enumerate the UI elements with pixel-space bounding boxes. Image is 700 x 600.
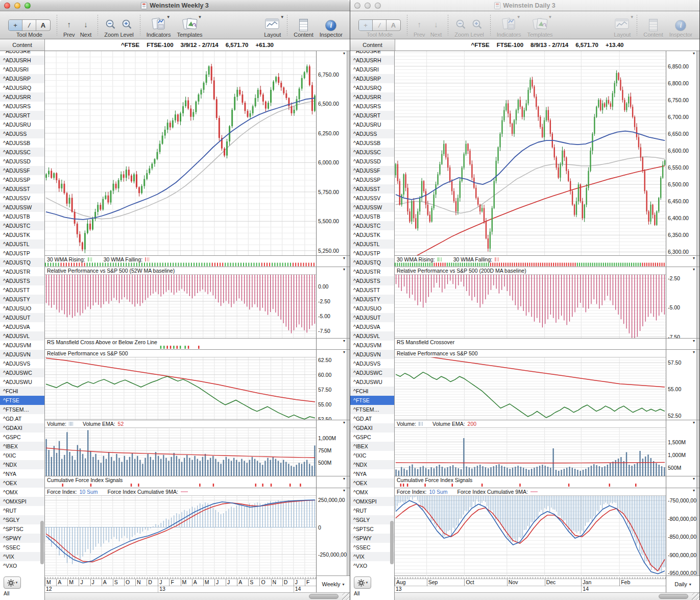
- sidebar-item-symbol[interactable]: ^IBEX: [350, 442, 394, 451]
- sidebar-item-symbol[interactable]: ^ADJUSVN: [350, 350, 394, 359]
- panel-collapse-icon[interactable]: ▾: [343, 488, 345, 493]
- volume-histogram[interactable]: [45, 428, 316, 476]
- sidebar-item-symbol[interactable]: ^VIX: [0, 552, 44, 561]
- sidebar-item-symbol[interactable]: ^ADJUSWU: [350, 377, 394, 387]
- sidebar-item-symbol[interactable]: ^OMXSPI: [350, 497, 394, 506]
- periodicity-select[interactable]: Daily▾: [666, 576, 699, 592]
- sidebar-item-symbol[interactable]: ^ADJUSRI: [0, 65, 44, 74]
- sidebar-item-symbol[interactable]: ^GSPC: [0, 433, 44, 442]
- relative-performance-histogram[interactable]: [395, 275, 666, 339]
- sidebar-item-symbol[interactable]: ^NYA: [350, 469, 394, 478]
- next-button[interactable]: ↓ Next: [430, 18, 442, 38]
- templates-button[interactable]: ▼ Templates: [524, 13, 556, 38]
- sidebar-item-symbol[interactable]: ^NYA: [0, 469, 44, 478]
- sidebar-item-symbol[interactable]: ^FTSE: [350, 396, 394, 405]
- force-index-chart[interactable]: [45, 496, 316, 576]
- sidebar-item-symbol[interactable]: ^ADJUSTL: [350, 239, 394, 249]
- sidebar-item-symbol[interactable]: ^ADJUSUT: [0, 313, 44, 322]
- sidebar-item-symbol[interactable]: ^GD.AT: [350, 414, 394, 423]
- indicators-button[interactable]: ▼ Indicators: [494, 13, 524, 38]
- sidebar-item-symbol[interactable]: ^ADJUSRR: [350, 92, 394, 102]
- sidebar-item-symbol[interactable]: ^ADJUSTB: [0, 212, 44, 221]
- line-tool-button[interactable]: /: [22, 20, 36, 31]
- scrollbar-thumb[interactable]: [659, 594, 688, 599]
- panel-collapse-icon[interactable]: ▾: [693, 267, 695, 272]
- sidebar-item-symbol[interactable]: ^NDX: [0, 460, 44, 469]
- sidebar-item-symbol[interactable]: ^ADJUSRT: [350, 111, 394, 120]
- sidebar-item-symbol[interactable]: ^FCHI: [350, 387, 394, 396]
- sidebar-item-symbol[interactable]: ^ADJUSRS: [0, 102, 44, 111]
- sidebar-item-symbol[interactable]: ^OMXSPI: [0, 497, 44, 506]
- relative-strength-chart[interactable]: [45, 357, 316, 420]
- sidebar-item-symbol[interactable]: ^ADJUSSW: [350, 203, 394, 212]
- sidebar-item-symbol[interactable]: ^RUT: [350, 506, 394, 515]
- sidebar-item-symbol[interactable]: ^ADJUSTK: [350, 230, 394, 239]
- sidebar-item-symbol[interactable]: ^ADJUSVN: [0, 350, 44, 359]
- sidebar-item-symbol[interactable]: ^ADJUSTQ: [350, 258, 394, 267]
- sidebar-item-symbol[interactable]: ^FTSEM…: [0, 405, 44, 414]
- sidebar-item-symbol[interactable]: ^ADJUSWU: [0, 377, 44, 387]
- text-tool-button[interactable]: A: [36, 20, 50, 31]
- resize-grip[interactable]: [342, 593, 350, 600]
- sidebar-item-symbol[interactable]: ^OMX: [350, 488, 394, 497]
- sidebar-item-symbol[interactable]: ^ADJUSVM: [0, 341, 44, 350]
- sidebar-item-symbol[interactable]: ^GD.AT: [0, 414, 44, 423]
- wma-signal-strip[interactable]: [45, 262, 316, 267]
- sidebar-item-symbol[interactable]: ^ADJUSRQ: [0, 83, 44, 92]
- sidebar-item-symbol[interactable]: ^ADJUSSP: [350, 175, 394, 184]
- gear-menu-button[interactable]: ▾: [354, 577, 371, 589]
- sidebar-item-symbol[interactable]: ^ADJUSST: [0, 184, 44, 194]
- sidebar-item-symbol[interactable]: ^SPWY: [0, 534, 44, 543]
- templates-button[interactable]: ▼ Templates: [174, 13, 205, 38]
- horizontal-scrollbar[interactable]: [395, 592, 699, 600]
- sidebar-item-symbol[interactable]: ^FCHI: [0, 387, 44, 396]
- sidebar-item-symbol[interactable]: ^ADJUSSW: [0, 203, 44, 212]
- panel-collapse-icon[interactable]: ▾: [693, 256, 695, 261]
- sidebar-item-symbol[interactable]: ^ADJUSRP: [350, 74, 394, 83]
- sidebar-item-symbol[interactable]: ^ADJUSS: [0, 129, 44, 138]
- sidebar-item-symbol[interactable]: ^ADJUSRH: [350, 56, 394, 65]
- sidebar-item-symbol[interactable]: ^VXO: [350, 561, 394, 570]
- layout-button[interactable]: ▼ Layout: [611, 13, 634, 38]
- sidebar-item-symbol[interactable]: ^ADJUSVL: [0, 331, 44, 341]
- sidebar-item-symbol[interactable]: ^ADJUSTC: [0, 221, 44, 230]
- window-titlebar[interactable]: Weinstein Daily 3: [350, 0, 699, 11]
- window-titlebar[interactable]: Weinstein Weekly 3: [0, 0, 350, 11]
- inspector-button[interactable]: i Inspector: [666, 13, 695, 38]
- minimize-button[interactable]: [365, 3, 371, 9]
- panel-collapse-icon[interactable]: ▾: [693, 420, 695, 425]
- sidebar-item-symbol[interactable]: ^SGLY: [0, 515, 44, 524]
- sidebar-item-symbol[interactable]: ^ADJUSTY: [350, 295, 394, 304]
- wma-signal-strip[interactable]: [395, 262, 666, 267]
- sidebar-item-symbol[interactable]: ^ADJUSVM: [350, 341, 394, 350]
- relative-strength-chart[interactable]: [395, 357, 666, 420]
- zoom-window-button[interactable]: [25, 3, 31, 9]
- panel-collapse-icon[interactable]: ▾: [343, 420, 345, 425]
- sidebar-item-symbol[interactable]: ^ADJUSSF: [350, 166, 394, 175]
- panel-collapse-icon[interactable]: ▾: [693, 339, 695, 344]
- panel-collapse-icon[interactable]: ▾: [693, 51, 695, 56]
- prev-button[interactable]: ↑ Prev: [63, 18, 75, 38]
- sidebar-item-symbol[interactable]: ^ADJUSST: [350, 184, 394, 194]
- pointer-tool-button[interactable]: +: [359, 20, 373, 31]
- sidebar-item-symbol[interactable]: ^ADJUSUO: [350, 304, 394, 313]
- sidebar-item-symbol[interactable]: ^ADJUSRE: [0, 51, 44, 56]
- sidebar-item-symbol[interactable]: ^ADJUSRT: [0, 111, 44, 120]
- sidebar-item-symbol[interactable]: ^OEX: [350, 478, 394, 488]
- sidebar-item-symbol[interactable]: ^ADJUSRR: [0, 92, 44, 102]
- sidebar-item-symbol[interactable]: ^ADJUSSF: [0, 166, 44, 175]
- sidebar-item-symbol[interactable]: ^ADJUSSV: [350, 194, 394, 203]
- sidebar-item-symbol[interactable]: ^IXIC: [0, 451, 44, 460]
- sidebar-item-symbol[interactable]: ^ADJUSRP: [0, 74, 44, 83]
- sidebar-item-symbol[interactable]: ^ADJUSTL: [0, 239, 44, 249]
- gear-menu-button[interactable]: ▾: [4, 577, 21, 589]
- resize-grip[interactable]: [692, 593, 699, 600]
- sidebar-item-symbol[interactable]: ^ADJUSVA: [0, 322, 44, 331]
- sidebar-item-symbol[interactable]: ^ADJUSTP: [0, 249, 44, 258]
- sidebar-item-symbol[interactable]: ^ADJUSTP: [350, 249, 394, 258]
- sidebar-item-symbol[interactable]: ^IBEX: [0, 442, 44, 451]
- zoom-window-button[interactable]: [375, 3, 381, 9]
- close-button[interactable]: [354, 3, 360, 9]
- zoom-out-button[interactable]: [455, 16, 467, 31]
- sidebar-item-symbol[interactable]: ^SGLY: [350, 515, 394, 524]
